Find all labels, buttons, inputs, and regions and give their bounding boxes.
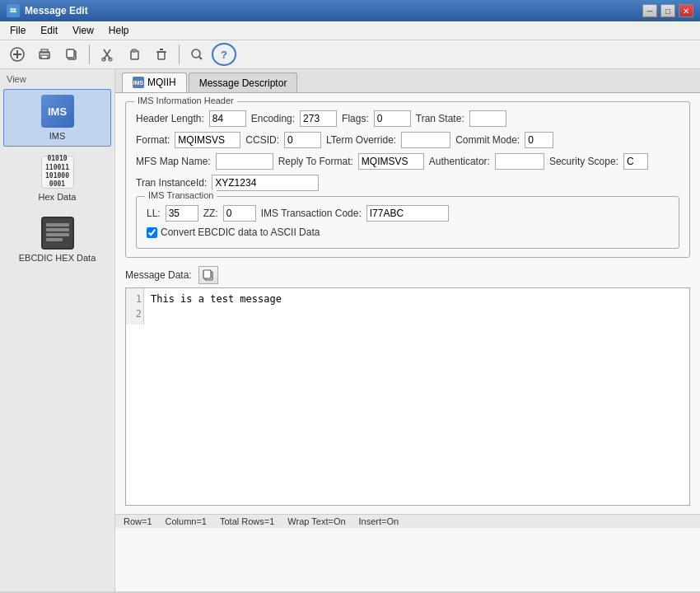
format-input[interactable]	[175, 132, 240, 148]
ims-transaction-title: IMS Transaction	[145, 190, 217, 200]
close-button[interactable]: ✕	[679, 4, 693, 17]
ll-label: LL:	[147, 208, 161, 219]
app-icon: ✉	[7, 4, 20, 17]
tab-mqiih[interactable]: IMS MQIIH	[122, 72, 187, 92]
convert-ebcdic-checkbox[interactable]	[147, 227, 157, 238]
find-icon	[189, 47, 204, 62]
reply-to-format-label: Reply To Format:	[278, 156, 353, 167]
sidebar-item-hex-data[interactable]: 01010 110011 101000 0001 Hex Data	[3, 150, 111, 208]
content-area: IMS MQIIH Message Descriptor IMS Informa…	[115, 69, 700, 591]
sidebar: View IMS IMS 01010 110011 101000 0001 He…	[0, 69, 115, 591]
encoding-label: Encoding:	[251, 113, 295, 124]
message-text-area[interactable]: This is a test message	[126, 288, 689, 502]
svg-rect-25	[203, 270, 211, 278]
cut-button[interactable]	[95, 43, 119, 66]
svg-rect-14	[158, 52, 165, 59]
encoding-input[interactable]	[300, 110, 337, 127]
commit-mode-input[interactable]	[525, 132, 553, 148]
status-wrap-text: Wrap Text=On	[287, 516, 345, 526]
svg-line-18	[199, 57, 202, 59]
window-title: Message Edit	[25, 5, 88, 16]
security-scope-input[interactable]	[623, 153, 648, 170]
message-data-header: Message Data:	[125, 266, 690, 284]
sidebar-ims-label: IMS	[49, 131, 66, 141]
lterm-override-label: LTerm Override:	[326, 134, 396, 146]
checkbox-row: Convert EBCDIC data to ASCII Data	[147, 226, 669, 238]
mfs-map-name-input[interactable]	[216, 153, 273, 170]
print-icon	[37, 47, 52, 62]
format-label: Format:	[136, 134, 170, 146]
lterm-override-input[interactable]	[401, 132, 450, 148]
paste-button[interactable]	[122, 43, 147, 66]
svg-rect-4	[41, 49, 48, 53]
sidebar-item-ims[interactable]: IMS IMS	[3, 89, 111, 147]
tran-state-input[interactable]	[469, 110, 506, 127]
print-button[interactable]	[32, 43, 57, 66]
menu-bar: File Edit View Help	[0, 21, 700, 40]
sidebar-ebcdic-label: EBCDIC HEX Data	[19, 253, 96, 263]
status-bar: Row=1 Column=1 Total Rows=1 Wrap Text=On…	[115, 514, 700, 528]
tran-code-label: IMS Transaction Code:	[261, 208, 362, 219]
svg-rect-23	[46, 238, 63, 241]
sidebar-item-ebcdic[interactable]: EBCDIC HEX Data	[3, 211, 111, 268]
status-total-rows: Total Rows=1	[220, 516, 274, 526]
transaction-row-1: LL: ZZ: IMS Transaction Code:	[147, 205, 669, 222]
svg-rect-20	[46, 223, 69, 226]
ll-input[interactable]	[166, 205, 198, 222]
menu-file[interactable]: File	[3, 23, 32, 38]
toolbar: ?	[0, 40, 700, 69]
zz-label: ZZ:	[203, 208, 218, 219]
header-length-label: Header Length:	[136, 113, 204, 124]
zz-input[interactable]	[223, 205, 256, 222]
line-numbers: 1 2	[126, 288, 144, 325]
menu-view[interactable]: View	[66, 23, 100, 38]
status-row: Row=1	[124, 516, 152, 526]
ims-header-group: IMS Information Header Header Length: En…	[125, 101, 690, 258]
mqiih-tab-icon: IMS	[133, 77, 144, 88]
hex-data-icon: 01010 110011 101000 0001	[41, 156, 74, 189]
ims-icon: IMS	[41, 95, 74, 128]
main-container: View IMS IMS 01010 110011 101000 0001 He…	[0, 69, 700, 591]
copy-msg-icon	[202, 268, 215, 282]
tab-message-descriptor[interactable]: Message Descriptor	[189, 72, 298, 92]
reply-to-format-input[interactable]	[358, 153, 424, 170]
header-length-input[interactable]	[209, 110, 246, 127]
svg-rect-22	[46, 233, 69, 236]
delete-button[interactable]	[149, 43, 174, 66]
ims-transaction-group: IMS Transaction LL: ZZ: IMS Transaction …	[136, 196, 679, 249]
paste-icon	[127, 47, 142, 62]
maximize-button[interactable]: □	[660, 4, 675, 17]
menu-edit[interactable]: Edit	[34, 23, 64, 38]
find-button[interactable]	[184, 43, 209, 66]
sidebar-hex-label: Hex Data	[39, 192, 77, 202]
copy-toolbar-button[interactable]	[59, 43, 84, 66]
ccsid-input[interactable]	[284, 132, 321, 148]
flags-input[interactable]	[374, 110, 411, 127]
tab-bar: IMS MQIIH Message Descriptor	[115, 69, 700, 93]
svg-rect-13	[132, 49, 137, 52]
cut-icon	[100, 47, 114, 62]
sidebar-title: View	[3, 72, 111, 86]
header-row-4: Tran InstanceId:	[136, 175, 679, 191]
tran-instance-id-label: Tran InstanceId:	[136, 177, 207, 189]
toolbar-separator-2	[179, 44, 180, 64]
help-button[interactable]: ?	[212, 43, 236, 66]
mfs-map-name-label: MFS Map Name:	[136, 156, 211, 167]
svg-rect-21	[46, 228, 69, 231]
menu-help[interactable]: Help	[102, 23, 136, 38]
message-data-copy-button[interactable]	[198, 266, 218, 284]
copy-icon	[64, 47, 79, 62]
toolbar-separator-1	[89, 44, 90, 64]
new-button[interactable]	[5, 43, 30, 66]
tran-instance-id-input[interactable]	[212, 175, 319, 191]
tran-code-input[interactable]	[366, 205, 449, 222]
text-editor: 1 2 This is a test message	[125, 287, 690, 506]
authenticator-input[interactable]	[495, 153, 544, 170]
minimize-button[interactable]: ─	[642, 4, 657, 17]
flags-label: Flags:	[342, 113, 369, 124]
svg-rect-5	[41, 55, 48, 58]
convert-ebcdic-label: Convert EBCDIC data to ASCII Data	[161, 226, 320, 238]
message-descriptor-tab-label: Message Descriptor	[199, 77, 287, 89]
title-bar: ✉ Message Edit ─ □ ✕	[0, 0, 700, 21]
panel-content: IMS Information Header Header Length: En…	[115, 93, 700, 514]
